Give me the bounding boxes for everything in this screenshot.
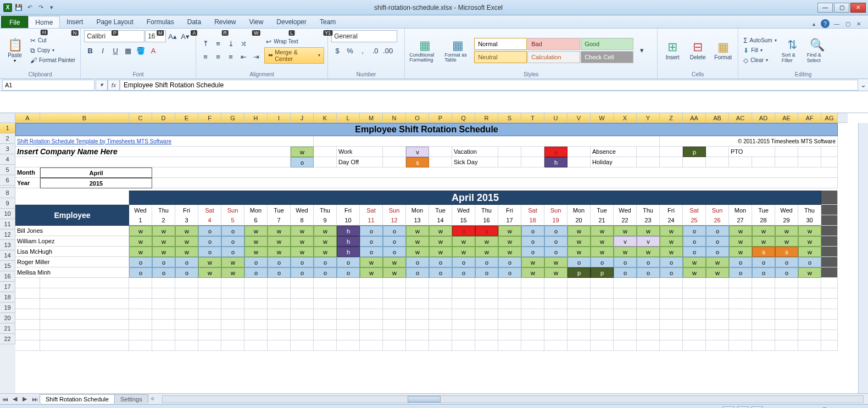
shift-3-5[interactable]: w <box>221 257 244 267</box>
col-header-AD[interactable]: AD <box>752 113 775 123</box>
format-as-table-button[interactable]: ▦Format as Table <box>443 30 472 70</box>
shift-3-6[interactable]: o <box>244 257 268 267</box>
shift-0-19[interactable]: o <box>544 226 567 236</box>
underline-button[interactable]: U <box>109 44 121 57</box>
shift-2-21[interactable]: w <box>591 247 614 257</box>
shift-4-19[interactable]: w <box>544 267 567 278</box>
view-pagebreak-icon[interactable]: ▥ <box>752 406 763 409</box>
fx-icon[interactable]: fx <box>108 80 120 91</box>
shift-4-1[interactable]: o <box>129 267 152 278</box>
styles-more-icon[interactable]: ▾ <box>636 44 648 57</box>
zoom-in-icon[interactable]: + <box>855 406 864 409</box>
tab-team[interactable]: TeamY1 <box>313 16 342 28</box>
shift-4-24[interactable]: o <box>660 267 683 278</box>
shift-3-28[interactable]: o <box>752 257 775 267</box>
col-header-N[interactable]: N <box>383 113 406 123</box>
shift-4-21[interactable]: p <box>591 267 614 278</box>
shift-1-10[interactable]: h <box>337 236 360 247</box>
shift-0-1[interactable]: w <box>129 226 152 236</box>
shift-0-3[interactable]: w <box>175 226 198 236</box>
tab-view[interactable]: ViewW <box>243 16 270 28</box>
worksheet-grid[interactable]: 1234568910111213141516171819202122 Emplo… <box>0 123 868 393</box>
shift-3-24[interactable]: o <box>660 257 683 267</box>
shift-1-11[interactable]: o <box>360 236 383 247</box>
shift-0-4[interactable]: o <box>198 226 221 236</box>
shift-4-6[interactable]: o <box>244 267 268 278</box>
year-value[interactable]: 2015 <box>40 178 152 188</box>
shift-0-10[interactable]: h <box>337 226 360 236</box>
shift-0-11[interactable]: o <box>360 226 383 236</box>
shift-1-1[interactable]: w <box>129 236 152 247</box>
shift-2-10[interactable]: h <box>337 247 360 257</box>
shift-4-23[interactable]: o <box>637 267 660 278</box>
shift-3-8[interactable]: o <box>291 257 314 267</box>
shift-2-26[interactable]: o <box>706 247 729 257</box>
shift-3-15[interactable]: o <box>452 257 475 267</box>
shift-1-12[interactable]: o <box>383 236 406 247</box>
shift-0-15[interactable]: a <box>452 226 475 236</box>
shift-4-9[interactable]: o <box>314 267 337 278</box>
tab-data[interactable]: DataA <box>181 16 208 28</box>
shift-0-28[interactable]: w <box>752 226 775 236</box>
shift-4-26[interactable]: w <box>706 267 729 278</box>
shift-3-19[interactable]: w <box>544 257 567 267</box>
row-header-15[interactable]: 15 <box>0 261 15 271</box>
shift-0-29[interactable]: w <box>775 226 798 236</box>
shift-0-6[interactable]: w <box>244 226 268 236</box>
col-header-Y[interactable]: Y <box>637 113 660 123</box>
shift-3-23[interactable]: o <box>637 257 660 267</box>
shift-1-2[interactable]: w <box>152 236 175 247</box>
copy-button[interactable]: ⧉Copy▾ <box>29 46 77 55</box>
shift-2-15[interactable]: w <box>452 247 475 257</box>
delete-cells-button[interactable]: ⊟Delete <box>686 30 709 70</box>
shift-3-9[interactable]: o <box>314 257 337 267</box>
close-button[interactable]: ✕ <box>850 3 866 13</box>
shift-2-16[interactable]: w <box>475 247 498 257</box>
shift-1-13[interactable]: w <box>406 236 429 247</box>
shift-4-14[interactable]: o <box>429 267 452 278</box>
col-header-D[interactable]: D <box>152 113 175 123</box>
shift-1-26[interactable]: o <box>706 236 729 247</box>
align-middle-icon[interactable]: ≡ <box>212 38 224 50</box>
shift-2-12[interactable]: o <box>383 247 406 257</box>
tab-developer[interactable]: DeveloperL <box>270 16 313 28</box>
align-center-icon[interactable]: ≡ <box>212 51 224 63</box>
shift-1-9[interactable]: w <box>314 236 337 247</box>
employee-1[interactable]: William Lopez <box>15 236 129 247</box>
shift-0-7[interactable]: w <box>268 226 291 236</box>
save-icon[interactable]: 💾 <box>14 3 23 12</box>
shift-3-14[interactable]: o <box>429 257 452 267</box>
shift-0-9[interactable]: w <box>314 226 337 236</box>
number-format-combo[interactable] <box>331 30 397 42</box>
conditional-formatting-button[interactable]: ▦Conditional Formatting <box>408 30 441 70</box>
sort-filter-button[interactable]: ⇅Sort & Filter <box>781 30 804 70</box>
col-header-L[interactable]: L <box>337 113 360 123</box>
shift-2-18[interactable]: o <box>521 247 544 257</box>
shift-1-24[interactable]: w <box>660 236 683 247</box>
select-all-corner[interactable] <box>0 113 15 123</box>
shift-1-3[interactable]: w <box>175 236 198 247</box>
sheet-insert-icon[interactable]: ✧ <box>148 395 158 403</box>
shift-3-2[interactable]: o <box>152 257 175 267</box>
shift-1-23[interactable]: v <box>637 236 660 247</box>
tab-page-layout[interactable]: Page LayoutP <box>90 16 140 28</box>
style-good[interactable]: Good <box>581 38 633 50</box>
shift-2-20[interactable]: w <box>567 247 591 257</box>
shift-2-7[interactable]: w <box>268 247 291 257</box>
shift-1-21[interactable]: w <box>591 236 614 247</box>
shift-2-9[interactable]: w <box>314 247 337 257</box>
row-header-19[interactable]: 19 <box>0 303 15 313</box>
formula-input[interactable] <box>120 80 858 91</box>
shift-2-25[interactable]: o <box>683 247 706 257</box>
row-header-17[interactable]: 17 <box>0 282 15 292</box>
shift-2-23[interactable]: w <box>637 247 660 257</box>
row-header-2[interactable]: 2 <box>0 133 15 144</box>
shift-1-22[interactable]: v <box>614 236 637 247</box>
shift-1-4[interactable]: o <box>198 236 221 247</box>
merge-center-button[interactable]: ⬌Merge & Center▾ <box>264 47 324 64</box>
currency-icon[interactable]: $ <box>331 44 343 57</box>
col-header-U[interactable]: U <box>544 113 567 123</box>
shift-0-25[interactable]: o <box>683 226 706 236</box>
shift-3-22[interactable]: o <box>614 257 637 267</box>
row-header-20[interactable]: 20 <box>0 313 15 323</box>
